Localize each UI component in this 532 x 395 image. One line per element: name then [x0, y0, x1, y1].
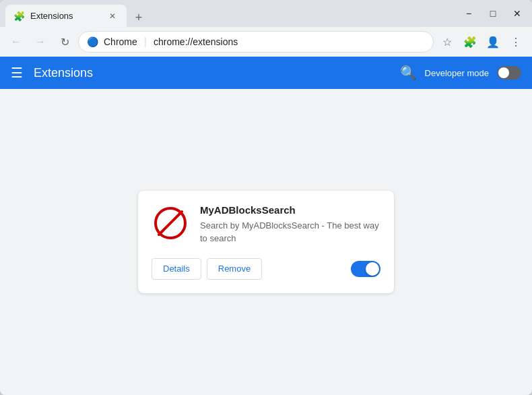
- extension-enable-toggle[interactable]: [351, 261, 380, 277]
- extensions-header: ☰ Extensions 🔍 Developer mode: [0, 57, 532, 89]
- security-icon: 🔵: [87, 36, 98, 47]
- address-box[interactable]: 🔵 Chrome | chrome://extensions: [78, 31, 434, 53]
- extension-toggle-knob: [366, 262, 379, 276]
- extension-name: MyADBlocksSearch: [200, 204, 380, 216]
- extensions-button[interactable]: 🧩: [459, 31, 481, 53]
- tab-title: Extensions: [30, 11, 101, 21]
- no-sign-icon: [154, 207, 187, 239]
- reload-button[interactable]: ↻: [54, 31, 75, 53]
- extensions-heading: Extensions: [34, 66, 389, 80]
- browser-window: 🧩 Extensions ✕ + − □ ✕ ← → ↻ 🔵 Chrome | …: [0, 0, 532, 395]
- forward-button[interactable]: →: [30, 31, 51, 53]
- active-tab[interactable]: 🧩 Extensions ✕: [5, 5, 127, 27]
- details-button[interactable]: Details: [152, 258, 201, 280]
- bookmark-button[interactable]: ☆: [436, 31, 458, 53]
- address-separator: |: [144, 36, 147, 48]
- extension-header: MyADBlocksSearch Search by MyADBlocksSea…: [152, 204, 380, 244]
- new-tab-button[interactable]: +: [129, 8, 148, 27]
- search-icon[interactable]: 🔍: [400, 65, 417, 81]
- tab-puzzle-icon: 🧩: [13, 11, 25, 22]
- developer-mode-toggle[interactable]: [497, 66, 521, 80]
- extension-actions: Details Remove: [152, 258, 380, 280]
- extension-card: MyADBlocksSearch Search by MyADBlocksSea…: [138, 191, 394, 293]
- toggle-knob: [498, 67, 509, 78]
- maximize-button[interactable]: □: [484, 4, 502, 23]
- main-content: 🔍 RISK.COM MyADBlocksSearch Search by My…: [0, 89, 532, 395]
- minimize-button[interactable]: −: [459, 4, 478, 23]
- extension-info: MyADBlocksSearch Search by MyADBlocksSea…: [200, 204, 380, 244]
- title-bar: 🧩 Extensions ✕ + − □ ✕: [0, 0, 532, 27]
- window-controls: − □ ✕: [459, 4, 527, 23]
- back-button[interactable]: ←: [5, 31, 27, 53]
- hamburger-menu-icon[interactable]: ☰: [11, 65, 23, 81]
- extension-icon-wrap: [152, 204, 189, 242]
- extension-description: Search by MyADBlocksSearch - The best wa…: [200, 220, 380, 244]
- remove-button[interactable]: Remove: [207, 258, 262, 280]
- menu-button[interactable]: ⋮: [505, 31, 527, 53]
- tab-close-button[interactable]: ✕: [106, 10, 119, 22]
- address-url[interactable]: chrome://extensions: [154, 36, 425, 47]
- toolbar-icons: ☆ 🧩 👤 ⋮: [436, 31, 527, 53]
- header-right-controls: 🔍 Developer mode: [400, 65, 521, 81]
- address-bar-row: ← → ↻ 🔵 Chrome | chrome://extensions ☆ 🧩…: [0, 27, 532, 57]
- tab-area: 🧩 Extensions ✕ +: [5, 0, 455, 27]
- developer-mode-label: Developer mode: [425, 68, 489, 78]
- profile-button[interactable]: 👤: [482, 31, 504, 53]
- chrome-label: Chrome: [104, 36, 137, 47]
- close-button[interactable]: ✕: [508, 4, 527, 23]
